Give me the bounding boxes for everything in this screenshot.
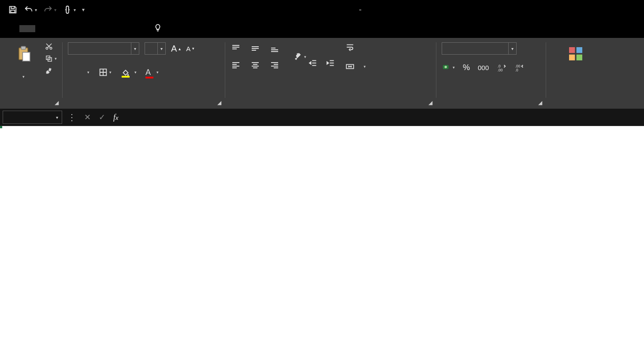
svg-rect-21	[577, 55, 582, 60]
paste-button[interactable]: ▾	[8, 42, 39, 80]
align-right-icon[interactable]	[269, 59, 282, 71]
align-center-icon[interactable]	[250, 59, 262, 71]
percent-format-icon[interactable]: %	[463, 63, 470, 72]
svg-point-4	[46, 47, 48, 49]
undo-icon[interactable]: ▾	[24, 5, 37, 15]
decrease-decimal-icon[interactable]: .00.0	[514, 63, 524, 72]
decrease-font-icon[interactable]: A▾	[186, 45, 194, 52]
ribbon-tabs	[0, 19, 644, 38]
decrease-indent-icon[interactable]	[308, 58, 318, 68]
svg-rect-2	[21, 46, 26, 49]
svg-text:.0: .0	[498, 64, 501, 68]
group-label-font	[68, 105, 220, 107]
chevron-down-icon[interactable]: ▾	[52, 115, 62, 120]
font-name-input[interactable]	[68, 43, 131, 54]
group-font: ▾ ▾ A▴ A▾ ▾ ▾ ▾	[64, 41, 223, 108]
underline-button[interactable]: ▾	[86, 70, 89, 74]
quick-access-toolbar: ▾ ▾ ▾ ▾	[8, 5, 85, 15]
number-format-combo[interactable]: ▾	[442, 42, 517, 55]
svg-rect-19	[577, 47, 582, 53]
tab-datos[interactable]	[83, 25, 99, 32]
conditional-format-icon	[567, 44, 584, 63]
chevron-down-icon[interactable]: ▾	[131, 43, 139, 54]
fill-color-icon[interactable]: ▾	[120, 67, 137, 78]
group-label-clipboard	[8, 105, 57, 107]
group-alignment: ab▾ ▾ ◢	[227, 41, 434, 108]
increase-font-icon[interactable]: A▴	[171, 44, 181, 54]
tab-formulas[interactable]	[67, 25, 83, 32]
group-number: ▾ ▾ % 000 .0.00 .00.0 ◢	[438, 41, 544, 108]
font-name-combo[interactable]: ▾	[68, 42, 139, 55]
group-clipboard: ▾ ▾ ◢	[4, 41, 60, 108]
window-title: -	[85, 5, 636, 15]
format-painter-icon[interactable]	[45, 67, 57, 75]
increase-indent-icon[interactable]	[326, 58, 335, 68]
svg-text:.00: .00	[515, 64, 521, 68]
increase-decimal-icon[interactable]: .0.00	[497, 63, 506, 72]
cancel-formula-icon[interactable]: ✕	[84, 112, 91, 122]
tab-vista[interactable]	[115, 25, 130, 32]
formula-bar: ▾ ⋮ ✕ ✓ fx	[0, 108, 644, 126]
insert-function-icon[interactable]: fx	[113, 113, 119, 122]
save-icon[interactable]	[8, 5, 18, 15]
svg-rect-3	[22, 52, 30, 61]
redo-icon[interactable]: ▾	[43, 5, 56, 15]
align-top-icon[interactable]	[231, 42, 243, 55]
selection-box	[0, 126, 2, 128]
svg-rect-20	[569, 55, 575, 60]
group-styles	[548, 41, 603, 108]
conditional-format-button[interactable]	[551, 42, 600, 66]
tab-revisar[interactable]	[99, 25, 115, 32]
formula-input[interactable]	[124, 111, 644, 124]
enter-formula-icon[interactable]: ✓	[99, 112, 105, 122]
dialog-launcher-icon[interactable]: ◢	[217, 100, 221, 106]
accounting-format-icon[interactable]: ▾	[442, 63, 455, 72]
align-left-icon[interactable]	[231, 59, 243, 71]
align-bottom-icon[interactable]	[269, 42, 282, 55]
orientation-icon[interactable]: ab▾	[293, 52, 306, 62]
lightbulb-icon	[153, 23, 162, 34]
wrap-text-button[interactable]	[345, 42, 366, 52]
font-size-combo[interactable]: ▾	[145, 42, 166, 55]
tab-disposicion[interactable]	[51, 25, 67, 32]
touch-mouse-icon[interactable]: ▾	[63, 5, 76, 15]
font-color-icon[interactable]: A ▾	[145, 68, 159, 77]
font-size-input[interactable]	[145, 43, 157, 54]
group-label-alignment	[231, 105, 431, 107]
dialog-launcher-icon[interactable]: ◢	[428, 100, 432, 106]
dialog-launcher-icon[interactable]: ◢	[55, 100, 59, 106]
align-middle-icon[interactable]	[250, 42, 262, 55]
borders-icon[interactable]: ▾	[98, 67, 112, 77]
tell-me[interactable]	[153, 23, 167, 34]
group-label-number	[442, 105, 540, 107]
number-format-input[interactable]	[442, 43, 508, 54]
chevron-down-icon[interactable]: ▾	[508, 43, 516, 54]
tab-ayuda[interactable]	[130, 25, 146, 32]
worksheet-grid[interactable]	[0, 126, 644, 357]
tab-archivo[interactable]	[4, 25, 19, 32]
copy-icon[interactable]: ▾	[45, 55, 57, 63]
svg-text:.00: .00	[498, 68, 503, 72]
svg-rect-8	[48, 68, 51, 71]
svg-text:ab: ab	[295, 52, 301, 58]
tab-insertar[interactable]	[35, 25, 51, 32]
merge-center-button[interactable]: ▾	[345, 62, 366, 71]
name-box-input[interactable]	[3, 114, 52, 121]
clipboard-icon	[15, 44, 32, 63]
chevron-down-icon[interactable]: ▾	[157, 43, 165, 54]
svg-point-13	[444, 66, 447, 68]
svg-point-5	[50, 47, 52, 49]
svg-rect-18	[569, 47, 575, 53]
dialog-launcher-icon[interactable]: ◢	[538, 100, 542, 106]
title-bar: ▾ ▾ ▾ ▾ -	[0, 0, 644, 19]
comma-format-icon[interactable]: 000	[478, 64, 489, 71]
svg-text:.0: .0	[515, 68, 518, 72]
name-box[interactable]: ▾	[3, 111, 62, 124]
tab-inicio[interactable]	[19, 25, 35, 32]
ribbon: ▾ ▾ ◢ ▾	[0, 38, 644, 108]
svg-rect-0	[11, 10, 15, 12]
more-icon[interactable]: ⋮	[65, 112, 79, 123]
cut-icon[interactable]	[45, 42, 57, 50]
